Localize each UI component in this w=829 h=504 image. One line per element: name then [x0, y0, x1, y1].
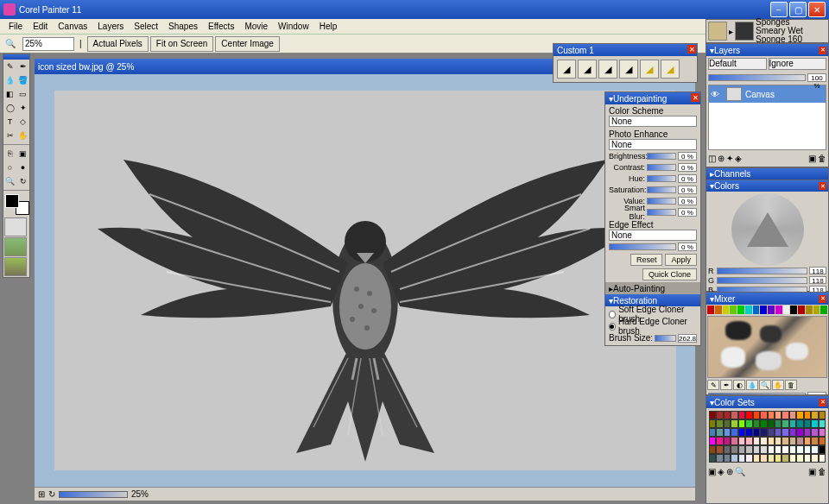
colorset-swatch[interactable]	[804, 437, 811, 445]
layer-cmd-icon[interactable]: ◫	[708, 154, 716, 164]
layer-cmd-icon[interactable]: ◈	[735, 154, 742, 164]
colorset-swatch[interactable]	[775, 445, 782, 454]
blend-mode-select[interactable]: Default	[708, 58, 767, 70]
colorset-swatch[interactable]	[768, 437, 775, 445]
colorset-swatch[interactable]	[745, 411, 752, 419]
colorset-swatch[interactable]	[782, 419, 788, 428]
burn-tool[interactable]: ●	[16, 161, 29, 174]
apply-button[interactable]: Apply	[665, 254, 697, 266]
colorset-swatch[interactable]	[716, 437, 723, 445]
new-layer-icon[interactable]: ▣	[808, 154, 816, 164]
mixer-swatch[interactable]	[790, 306, 797, 314]
colorset-swatch[interactable]	[760, 428, 767, 437]
colorset-swatch[interactable]	[768, 445, 775, 454]
brush-category-icon[interactable]	[708, 22, 727, 41]
menu-window[interactable]: Window	[273, 20, 314, 33]
shape-tool[interactable]: ◇	[16, 115, 29, 129]
close-icon[interactable]: ✕	[819, 182, 826, 190]
under-slider[interactable]	[647, 175, 676, 182]
layer-cmd-icon[interactable]: ⊕	[718, 154, 725, 164]
colorset-swatch[interactable]	[760, 437, 767, 445]
mixer-swatch[interactable]	[783, 306, 790, 314]
mixer-swatch[interactable]	[737, 306, 744, 314]
mixer-swatch[interactable]	[753, 306, 760, 314]
close-icon[interactable]: ✕	[687, 45, 696, 54]
bucket-tool[interactable]: 🪣	[16, 73, 29, 87]
mixer-swatch[interactable]	[820, 306, 827, 314]
colorset-swatch[interactable]	[709, 411, 716, 419]
colors-tab[interactable]: ▾ Colors✕	[706, 180, 828, 192]
colorset-swatch[interactable]	[789, 437, 796, 445]
mixer-swatch[interactable]	[707, 306, 714, 314]
colorset-swatch[interactable]	[724, 437, 731, 445]
colorset-swatch[interactable]	[775, 437, 782, 445]
under-slider[interactable]	[647, 209, 676, 216]
edge-effect-select[interactable]: None	[609, 230, 697, 241]
colorset-cmd-icon[interactable]: ▣	[708, 467, 716, 476]
canvas[interactable]	[54, 91, 676, 470]
opacity-slider[interactable]	[708, 74, 806, 81]
colorset-swatch[interactable]	[768, 454, 775, 463]
r-slider[interactable]	[717, 268, 807, 274]
brush-preset[interactable]: ◢	[640, 60, 659, 79]
close-icon[interactable]: ✕	[819, 295, 826, 303]
menu-shapes[interactable]: Shapes	[163, 20, 203, 33]
colorset-swatch[interactable]	[804, 454, 811, 463]
colorset-swatch[interactable]	[819, 411, 826, 419]
underpainting-title[interactable]: ▾ Underpainting✕	[605, 92, 700, 104]
mixer-tool[interactable]: ✋	[772, 380, 784, 390]
colorset-swatch[interactable]	[753, 454, 760, 463]
colorset-swatch[interactable]	[731, 411, 737, 419]
colorset-swatch[interactable]	[796, 411, 803, 419]
colorset-swatch[interactable]	[782, 411, 788, 419]
colorset-cmd-icon[interactable]: ◈	[718, 467, 725, 476]
dodge-tool[interactable]: ○	[3, 161, 16, 174]
brush-tool[interactable]: ✎	[3, 60, 16, 73]
colorset-swatch[interactable]	[738, 454, 745, 463]
colorset-swatch[interactable]	[738, 437, 745, 445]
colorset-swatch[interactable]	[709, 419, 716, 428]
colorset-swatch[interactable]	[768, 411, 775, 419]
pen-tool[interactable]: ✒	[16, 60, 29, 73]
mixer-swatch[interactable]	[723, 306, 730, 314]
menu-help[interactable]: Help	[314, 20, 343, 33]
clone-tool[interactable]: ⎘	[3, 147, 16, 161]
under-slider[interactable]	[647, 164, 676, 171]
brush-variant-icon[interactable]	[735, 22, 754, 41]
close-icon[interactable]: ✕	[819, 47, 826, 54]
colorset-swatch[interactable]	[789, 454, 796, 463]
mixer-tool[interactable]: ✎	[707, 380, 719, 390]
colorset-swatch[interactable]	[731, 445, 737, 454]
colorset-swatch[interactable]	[724, 419, 731, 428]
mixer-tool[interactable]: ✒	[720, 380, 732, 390]
mixer-tool[interactable]: 💧	[746, 380, 758, 390]
layers-tab[interactable]: ▾ Layers✕	[706, 44, 828, 56]
colorset-swatch[interactable]	[796, 428, 803, 437]
colorset-swatch[interactable]	[811, 437, 818, 445]
color-swatches[interactable]	[5, 194, 29, 215]
brush-preset[interactable]: ◢	[598, 60, 617, 79]
colorset-swatch[interactable]	[789, 445, 796, 454]
colorset-swatch[interactable]	[760, 419, 767, 428]
colorset-swatch[interactable]	[804, 419, 811, 428]
colorset-swatch[interactable]	[724, 454, 731, 463]
visibility-icon[interactable]: 👁	[711, 90, 723, 99]
wand-tool[interactable]: ✦	[16, 101, 29, 115]
color-scheme-select[interactable]: None	[609, 116, 697, 127]
colorset-swatch[interactable]	[796, 454, 803, 463]
minimize-button[interactable]: −	[770, 2, 788, 17]
colorset-swatch[interactable]	[753, 445, 760, 454]
colorset-swatch[interactable]	[775, 419, 782, 428]
reset-button[interactable]: Reset	[630, 254, 663, 266]
mixer-tab[interactable]: ▾ Mixer✕	[706, 293, 828, 305]
menu-effects[interactable]: Effects	[203, 20, 239, 33]
colorset-swatch[interactable]	[753, 419, 760, 428]
colorset-cmd-icon[interactable]: 🗑	[818, 467, 826, 476]
colorset-cmd-icon[interactable]: 🔍	[735, 467, 745, 476]
colorset-swatch[interactable]	[738, 445, 745, 454]
colorset-swatch[interactable]	[804, 445, 811, 454]
colorset-swatch[interactable]	[775, 411, 782, 419]
layer-item[interactable]: 👁 Canvas	[709, 85, 826, 103]
channels-tab[interactable]: ▸ Channels	[706, 168, 828, 180]
brush-preset[interactable]: ◢	[661, 60, 680, 79]
